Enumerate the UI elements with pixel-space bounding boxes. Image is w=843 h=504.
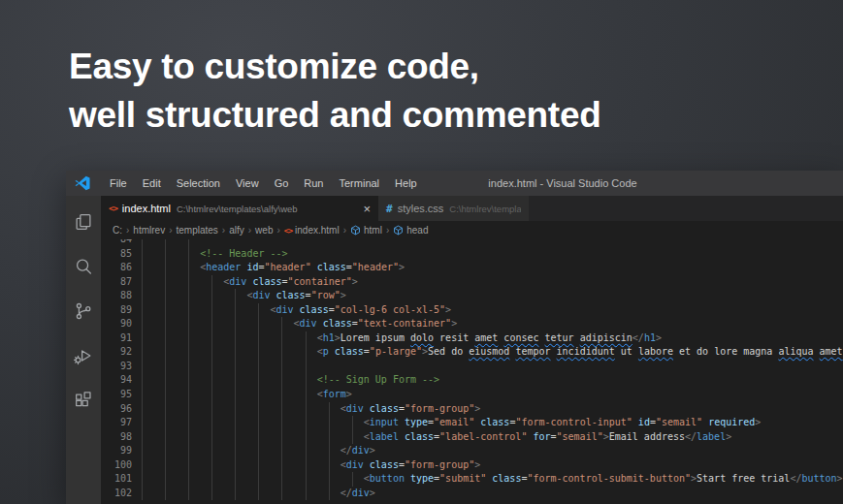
html-file-icon: <> [109,204,117,213]
text-content: Start free trial [697,473,790,484]
punctuation: > [474,459,480,470]
tag-name: label [370,431,399,442]
breadcrumb-label: alfy [229,225,244,236]
punctuation: > [340,290,346,300]
line-number: 85 [101,247,132,262]
attribute-value: "semail" [656,417,702,427]
attribute-value: "header" [352,262,399,272]
code-lines: 8485 <!-- Header -->86 <header id="heade… [101,239,843,500]
punctuation: > [399,262,405,272]
code-text: <div class="col-lg-6 col-xl-5"> [142,303,451,318]
code-line: 98 <label class="label-control" for="sem… [101,430,843,445]
code-line: 99 </div> [101,444,843,458]
attribute-name: required [708,417,755,427]
code-text: <div class="form-group"> [142,458,480,473]
code-text: <div class="text-container"> [142,317,457,331]
code-text: <form> [142,388,352,402]
punctuation: > [370,445,375,456]
tag-name: header [206,262,241,272]
tag-name: h1 [644,332,656,343]
attribute-value: "form-group" [405,459,474,470]
attribute-name: class [300,304,329,315]
code-text: <p class="p-large">Sed do eiusmod tempor… [142,345,843,360]
breadcrumb-item-templates[interactable]: templates [176,225,217,236]
code-line: 85 <!-- Header --> [101,247,843,262]
close-icon[interactable]: × [363,203,371,215]
hero-line-1: Easy to customize code, [69,47,479,86]
chevron-right-icon: › [386,225,389,236]
attribute-name: class [323,318,352,329]
punctuation: > [726,431,731,442]
vscode-window: FileEditSelectionViewGoRunTerminalHelp i… [66,171,843,504]
punctuation: > [656,332,662,343]
menu-item-go[interactable]: Go [267,171,297,196]
menu-item-run[interactable]: Run [296,171,331,196]
menu-item-file[interactable]: File [102,171,135,196]
tag-name: div [352,488,370,498]
breadcrumb-label: web [255,225,273,236]
tab-label: index.html [122,203,171,214]
menu-item-terminal[interactable]: Terminal [332,171,388,196]
attribute-name: type [410,473,434,484]
marketing-banner: Easy to customize code,well structured a… [0,0,843,504]
breadcrumb: C:›htmlrev›templates›alfy›web›<>index.ht… [101,221,843,239]
breadcrumb-item-head[interactable]: head [393,225,428,236]
attribute-value: "p-large" [370,346,422,357]
attribute-name: class [276,290,306,300]
tab-index-html[interactable]: <>index.htmlC:\htmlrev\templates\alfy\we… [101,196,378,221]
search-icon[interactable] [66,244,101,289]
code-editor[interactable]: 8485 <!-- Header -->86 <header id="heade… [101,239,843,504]
line-number: 84 [101,239,132,247]
explorer-icon[interactable] [66,200,101,244]
breadcrumb-item-web[interactable]: web [255,225,273,236]
breadcrumb-item-alfy[interactable]: alfy [229,225,244,236]
tab-label: styles.css [398,203,444,214]
breadcrumb-label: index.html [295,225,340,236]
punctuation: </ [340,488,352,498]
attribute-name: for [533,431,550,442]
window-title: index.html - Visual Studio Code [488,171,636,196]
tab-styles-css[interactable]: #styles.cssC:\htmlrev\templates\alfy\web… [378,196,529,221]
extensions-icon[interactable] [66,378,101,423]
breadcrumb-item-html[interactable]: html [350,225,382,236]
attribute-name: class [370,459,399,470]
code-line: 101 <button type="submit" class="form-co… [101,472,843,487]
line-number: 88 [101,289,132,303]
menu-item-edit[interactable]: Edit [135,171,169,196]
misspelled-word: labore [638,346,673,357]
html-file-icon: <> [284,226,292,236]
code-text: <div class="row"> [142,289,346,303]
line-number: 86 [101,261,132,275]
punctuation: > [445,304,451,315]
menu-item-selection[interactable]: Selection [169,171,228,196]
code-line: 92 <p class="p-large">Sed do eiusmod tem… [101,345,843,360]
attribute-name: class [252,276,281,287]
code-line: 96 <div class="form-group"> [101,402,843,417]
breadcrumb-item-index-html[interactable]: <>index.html [284,225,340,236]
punctuation: </ [632,332,644,343]
run-debug-icon[interactable] [66,333,101,378]
attribute-value: "submit" [439,473,486,484]
line-number: 100 [101,458,132,473]
code-line: 95 <form> [101,388,843,402]
breadcrumb-item-c[interactable]: C: [113,225,122,236]
css-file-icon: # [386,203,393,215]
code-line: 88 <div class="row"> [101,289,843,303]
tab-bar: <>index.htmlC:\htmlrev\templates\alfy\we… [101,196,843,221]
code-text: <input type="email" class="form-control-… [142,416,761,430]
punctuation: </ [340,445,352,456]
menu-item-view[interactable]: View [228,171,267,196]
breadcrumb-label: htmlrev [133,225,165,236]
code-text: </div> [142,444,375,458]
misspelled-word: tetur [545,332,574,343]
punctuation: > [451,318,457,329]
code-text [142,360,319,374]
source-control-icon[interactable] [66,289,101,333]
attribute-name: class [492,473,521,484]
chevron-right-icon: › [222,225,225,236]
line-number: 102 [101,487,132,501]
line-number: 89 [101,303,132,318]
code-text: <div class="container"> [142,275,358,290]
breadcrumb-item-htmlrev[interactable]: htmlrev [133,225,165,236]
menu-item-help[interactable]: Help [387,171,425,196]
